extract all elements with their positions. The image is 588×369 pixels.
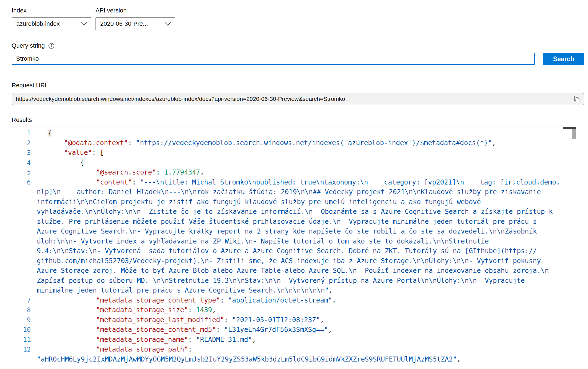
index-select-value: azureblob-index <box>16 20 60 27</box>
index-select[interactable]: azureblob-index <box>12 17 91 30</box>
code-token: vyhľadávače.\n\nÚlohy:\n\n- Zistite čo j… <box>37 208 553 216</box>
line-number: 6 <box>12 178 37 188</box>
results-editor[interactable]: 1{2"@odata.context": "https://vedeckydem… <box>12 127 580 369</box>
code-token: "metadata_storage_content_md5" <box>96 326 216 334</box>
line-number: 10 <box>12 325 37 335</box>
code-row: 12"metadata_storage_path": <box>12 345 580 355</box>
indent-guide <box>48 315 48 325</box>
code-token: "@odata.context" <box>64 139 128 147</box>
search-button[interactable]: Search <box>543 53 584 65</box>
code-row: 1{ <box>12 128 580 138</box>
code-row: 5"@search.score": 1.7794347, <box>12 168 580 178</box>
code-row: vyhľadávače.\n\nÚlohy:\n\n- Zistite čo j… <box>12 207 580 217</box>
copy-icon[interactable] <box>573 95 581 105</box>
code-token: , <box>252 336 256 344</box>
code-token: Zapísať postup do súboru MD. \n\nStretnu… <box>37 277 525 285</box>
code-token: : <box>132 178 140 186</box>
code-token: , <box>457 355 461 363</box>
code-token: : <box>220 296 228 304</box>
line-number <box>12 207 37 217</box>
line-number <box>12 256 37 266</box>
indent-guide <box>64 325 64 335</box>
query-string-label-row: Query string <box>12 42 584 49</box>
line-number: 9 <box>12 315 37 325</box>
code-token: "metadata_storage_size" <box>96 306 188 314</box>
query-input[interactable] <box>12 53 535 65</box>
code-row: 10"metadata_storage_content_md5": "L31ye… <box>12 325 580 335</box>
code-token: "aHR0cHM6Ly9jc2IxMDAzMjAwMDYyOGM5M2QyLmJ… <box>37 355 457 363</box>
code-token: službe. Pre prihlásenie môžete použiť Vá… <box>37 218 537 226</box>
code-link[interactable]: https://vedeckydemoblob.search.windows.n… <box>140 139 488 147</box>
code-row: "aHR0cHM6Ly9jc2IxMDAzMjAwMDYyOGM5M2QyLmJ… <box>12 355 580 365</box>
code-token: : <box>128 139 136 147</box>
code-token: , <box>329 286 333 294</box>
code-row: minimálne jeden tutoriál pre prácu s Azu… <box>12 286 580 296</box>
code-token: " <box>136 139 140 147</box>
line-number: 4 <box>12 158 37 168</box>
line-number: 3 <box>12 148 37 158</box>
indent-guide <box>80 296 80 306</box>
line-number <box>12 197 37 207</box>
indent-guide <box>48 148 48 158</box>
indent-guide <box>80 168 80 178</box>
code-token: { <box>48 129 52 137</box>
code-token: nlp]\n author: Daniel Hladek\n---\n\nrok… <box>37 188 541 196</box>
indent-guide <box>80 335 80 345</box>
code-token: : [ <box>92 149 104 157</box>
code-token: "@search.score" <box>96 168 156 176</box>
code-token: , <box>492 139 496 147</box>
code-token: "L31yeLn4Gr7dF56x3SmXSg==" <box>224 326 328 334</box>
indent-guide <box>64 335 64 345</box>
code-row: 9"metadata_storage_last_modified": "2021… <box>12 315 580 325</box>
code-token: Azure Cognitive Search.\n- Vypracujte kr… <box>37 227 537 235</box>
code-token: "value" <box>64 149 92 157</box>
chevron-down-icon <box>81 20 87 27</box>
code-token: ).\n- Zistili sme, že ACS indexuje iba z… <box>193 257 541 265</box>
line-number <box>12 355 37 365</box>
line-number <box>12 286 37 296</box>
code-row: 2"@odata.context": "https://vedeckydemob… <box>12 138 580 148</box>
line-number: 8 <box>12 305 37 315</box>
code-token: Azure Storage zdroj. Môže to byť Azure B… <box>37 267 553 275</box>
code-token: "metadata_storage_content_type" <box>96 296 220 304</box>
scrollbar-thumb[interactable] <box>572 129 576 139</box>
code-row: Azure Cognitive Search.\n- Vypracujte kr… <box>12 227 580 237</box>
indent-guide <box>48 168 48 178</box>
indent-guide <box>64 315 64 325</box>
index-api-row: Index azureblob-index API version 2020-0… <box>12 7 584 30</box>
code-token: "content" <box>96 178 132 186</box>
request-url-value: https://vedeckydemoblob.search.windows.n… <box>16 96 345 102</box>
code-row: Zapísať postup do súboru MD. \n\nStretnu… <box>12 276 580 286</box>
code-token: "---\ntitle: Michal Stromko\npublished: … <box>140 178 560 186</box>
code-row: github.com/michal552703/Vedecky-projekt)… <box>12 256 580 266</box>
indent-guide <box>80 305 80 315</box>
line-number: 11 <box>12 335 37 345</box>
line-number <box>12 246 37 256</box>
api-version-select[interactable]: 2020-06-30-Pre... <box>96 17 175 30</box>
request-url-bar: https://vedeckydemoblob.search.windows.n… <box>12 93 584 105</box>
code-row: 8"metadata_storage_size": 1439, <box>12 305 580 315</box>
code-row: informácií\n\nCieľom projektu je zistiť … <box>12 197 580 207</box>
line-number: 2 <box>12 138 37 148</box>
request-url-label: Request URL <box>12 82 584 89</box>
info-icon[interactable] <box>48 43 55 49</box>
indent-guide <box>48 345 48 355</box>
line-number <box>12 187 37 197</box>
code-token: , <box>200 168 204 176</box>
api-version-label: API version <box>96 7 175 14</box>
code-token: 1439 <box>196 306 212 314</box>
code-link[interactable]: github.com/michal552703/Vedecky-projekt <box>37 257 193 265</box>
code-token: "application/octet-stream" <box>228 296 332 304</box>
index-label: Index <box>12 7 91 14</box>
indent-guide <box>48 178 48 188</box>
indent-guide <box>48 335 48 345</box>
indent-guide <box>80 345 80 355</box>
code-link[interactable]: https:// <box>505 247 537 255</box>
indent-guide <box>64 345 64 355</box>
indent-guide <box>80 325 80 335</box>
query-row: Search <box>12 53 584 65</box>
code-token: : <box>224 316 232 324</box>
code-row: nlp]\n author: Daniel Hladek\n---\n\nrok… <box>12 187 580 197</box>
line-number <box>12 237 37 247</box>
indent-guide <box>48 305 48 315</box>
